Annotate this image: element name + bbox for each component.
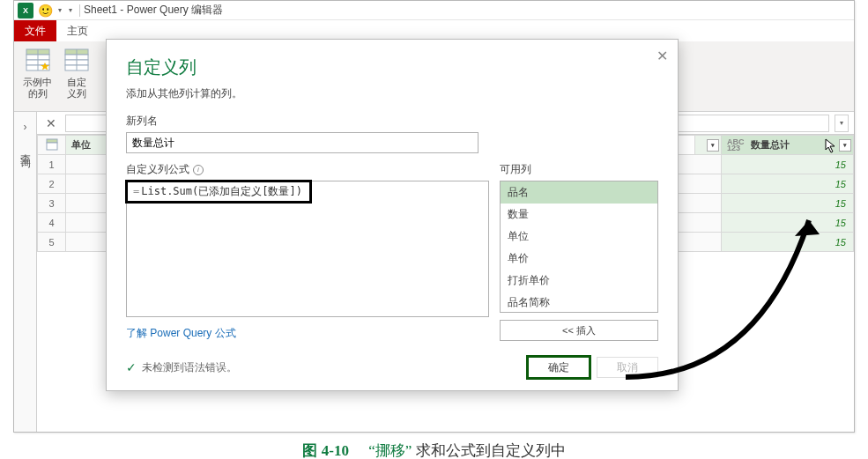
new-column-label: 新列名 — [126, 114, 658, 129]
column-from-examples-button[interactable]: 示例中 的列 — [21, 45, 54, 101]
list-item[interactable]: 单价 — [501, 248, 657, 270]
formula-label: 自定义列公式 i — [126, 162, 489, 177]
ok-button[interactable]: 确定 — [528, 357, 590, 378]
help-link[interactable]: 了解 Power Query 公式 — [126, 327, 236, 339]
figure-number: 图 4-10 — [302, 442, 348, 459]
formula-highlight: =List.Sum(已添加自定义[数量]) — [125, 180, 312, 204]
formula-bar-dropdown[interactable]: ▾ — [835, 115, 849, 132]
table-cell[interactable]: 15 — [722, 194, 854, 213]
list-item[interactable]: 品名 — [501, 181, 657, 204]
list-item[interactable]: 数量 — [501, 204, 657, 226]
tab-file[interactable]: 文件 — [14, 20, 56, 41]
type-icon: ABC 123 — [727, 139, 745, 152]
queries-label: 查询 — [18, 145, 33, 152]
cancel-button[interactable]: 取消 — [597, 357, 658, 378]
status-text: 未检测到语法错误。 — [142, 360, 237, 375]
row-number[interactable]: 1 — [38, 155, 66, 174]
row-number[interactable]: 4 — [38, 213, 66, 233]
available-columns-list[interactable]: 品名 数量 单位 单价 打折单价 品名简称 — [500, 181, 658, 313]
queries-pane-collapsed[interactable]: › 查询 — [14, 112, 37, 432]
filter-dropdown-icon[interactable]: ▾ — [839, 139, 851, 152]
svg-rect-12 — [47, 143, 57, 150]
check-icon: ✓ — [126, 360, 137, 374]
column-header-prev[interactable]: ▾ — [695, 136, 722, 155]
row-number[interactable]: 2 — [38, 174, 66, 194]
window-title: Sheet1 - Power Query 编辑器 — [84, 3, 223, 18]
cursor-icon — [825, 138, 837, 154]
close-button[interactable]: ✕ — [653, 47, 671, 64]
corner-cell — [38, 136, 66, 155]
table-cell[interactable]: 15 — [722, 155, 854, 174]
formula-textarea[interactable]: =List.Sum(已添加自定义[数量]) — [126, 181, 489, 317]
table-star-icon — [24, 47, 52, 75]
formula-text: List.Sum(已添加自定义[数量]) — [141, 185, 302, 197]
button-label: 示例中 的列 — [23, 77, 52, 100]
excel-icon: X — [18, 3, 33, 19]
new-column-input[interactable] — [126, 132, 479, 153]
insert-button[interactable]: << 插入 — [500, 320, 658, 341]
column-label: 数量总计 — [751, 139, 790, 150]
caption-text: 求和公式到自定义列中 — [416, 442, 566, 459]
table-cell[interactable]: 15 — [722, 213, 854, 233]
figure-caption: 图 4-10 “挪移” 求和公式到自定义列中 — [0, 440, 868, 459]
table-cell[interactable]: 15 — [722, 233, 854, 252]
close-icon[interactable]: ✕ — [42, 116, 60, 130]
status-message: ✓ 未检测到语法错误。 — [126, 360, 237, 375]
row-number[interactable]: 5 — [38, 233, 66, 252]
table-icon — [63, 47, 91, 75]
filter-dropdown-icon[interactable]: ▾ — [707, 139, 719, 152]
equals-sign: = — [133, 185, 139, 197]
list-item[interactable]: 打折单价 — [501, 270, 657, 292]
separator — [79, 4, 80, 17]
dialog-title: 自定义列 — [126, 56, 658, 79]
list-item[interactable]: 品名简称 — [501, 292, 657, 313]
tab-home[interactable]: 主页 — [56, 20, 99, 41]
svg-rect-11 — [47, 139, 57, 143]
table-icon — [46, 138, 58, 151]
column-header-selected[interactable]: ABC 123 数量总计 ▾ — [722, 136, 854, 155]
chevron-right-icon: › — [24, 121, 27, 133]
info-icon[interactable]: i — [193, 165, 204, 175]
list-item[interactable]: 单位 — [501, 226, 657, 248]
dialog-subtitle: 添加从其他列计算的列。 — [126, 86, 658, 101]
button-label: 自定 义列 — [67, 77, 86, 100]
qat-dropdown-icon[interactable]: ▾ — [55, 6, 65, 14]
titlebar: X 🙂 ▾ ▾ Sheet1 - Power Query 编辑器 — [14, 1, 854, 20]
smiley-icon[interactable]: 🙂 — [37, 3, 53, 19]
custom-column-button[interactable]: 自定 义列 — [61, 45, 93, 101]
available-columns-label: 可用列 — [500, 162, 658, 177]
caption-quoted: “挪移” — [368, 442, 412, 459]
row-number[interactable]: 3 — [38, 194, 66, 213]
table-cell[interactable]: 15 — [722, 174, 854, 194]
custom-column-dialog: ✕ 自定义列 添加从其他列计算的列。 新列名 自定义列公式 i =List.Su… — [106, 39, 679, 391]
column-label: 单位 — [71, 139, 91, 150]
qat-overflow-icon[interactable]: ▾ — [65, 6, 76, 14]
